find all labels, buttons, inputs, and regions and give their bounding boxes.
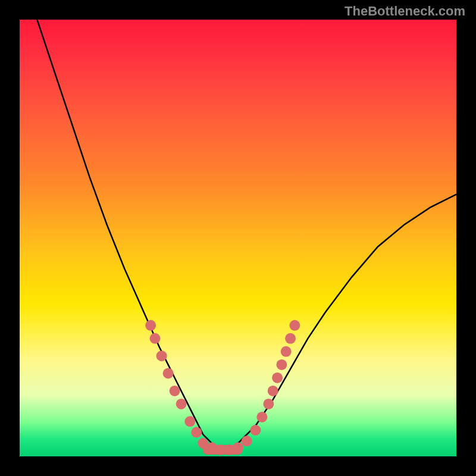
marker-point [176, 399, 187, 409]
marker-point [289, 320, 300, 331]
marker-point [272, 372, 283, 383]
marker-point [191, 427, 202, 438]
marker-point [242, 436, 252, 446]
bottleneck-curve [20, 20, 456, 456]
marker-point [184, 416, 195, 427]
marker-point [145, 320, 156, 331]
watermark-text: TheBottleneck.com [345, 4, 465, 19]
marker-point [268, 386, 278, 396]
marker-point [170, 386, 180, 396]
marker-point [156, 350, 167, 361]
marker-point [285, 333, 296, 344]
marker-point [150, 333, 161, 344]
marker-point [263, 399, 274, 409]
marker-point [250, 425, 261, 436]
marker-point [281, 346, 292, 357]
chart-plot-area [20, 20, 456, 456]
marker-point [163, 368, 174, 379]
marker-point [256, 412, 267, 422]
marker-point [276, 359, 287, 370]
